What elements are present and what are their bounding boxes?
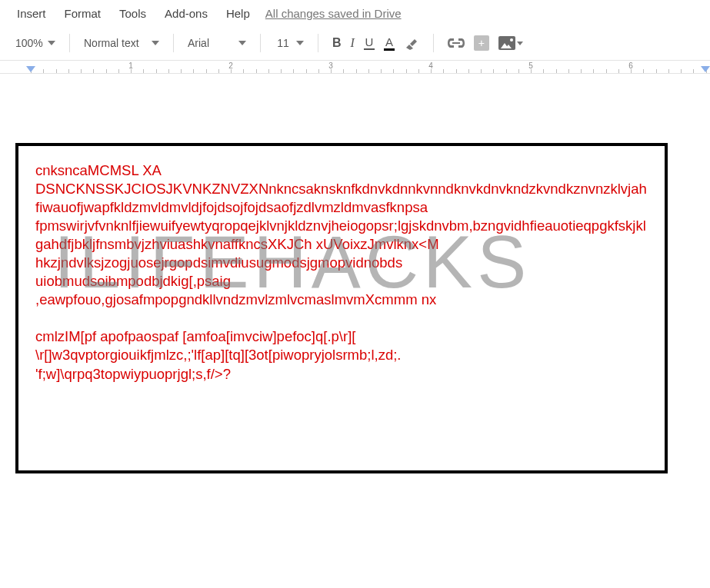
menubar: Insert Format Tools Add-ons Help All cha… bbox=[0, 0, 710, 26]
menu-addons[interactable]: Add-ons bbox=[155, 7, 217, 20]
ruler-number: 2 bbox=[228, 61, 233, 70]
page-border: cnksncaMCMSL XA DSNCKNSSKJCIOSJKVNKZNVZX… bbox=[15, 143, 668, 473]
ruler-tick bbox=[406, 69, 407, 73]
highlight-button[interactable] bbox=[399, 32, 424, 54]
left-indent-marker[interactable] bbox=[26, 66, 35, 74]
right-indent-marker[interactable] bbox=[701, 66, 710, 74]
chevron-down-icon bbox=[238, 41, 246, 45]
ruler-tick bbox=[343, 69, 344, 73]
document-body-text[interactable]: cnksncaMCMSL XA DSNCKNSSKJCIOSJKVNKZNVZX… bbox=[35, 161, 648, 384]
ruler-tick bbox=[643, 69, 644, 73]
ruler-tick bbox=[681, 69, 682, 73]
toolbar-separator bbox=[260, 34, 261, 52]
ruler-tick bbox=[581, 69, 582, 73]
font-family-value: Arial bbox=[188, 37, 234, 49]
toolbar: 100% Normal text Arial 11 bbox=[0, 26, 710, 60]
ruler-tick bbox=[168, 69, 169, 73]
font-size-value: 11 bbox=[275, 37, 292, 49]
svg-rect-0 bbox=[452, 42, 460, 44]
insert-link-button[interactable] bbox=[443, 32, 469, 54]
ruler-number: 3 bbox=[328, 61, 333, 70]
ruler-tick bbox=[156, 69, 157, 73]
toolbar-separator bbox=[433, 34, 434, 52]
chevron-down-icon bbox=[296, 41, 304, 45]
ruler-tick bbox=[668, 69, 669, 73]
chevron-down-icon bbox=[517, 42, 523, 45]
ruler-tick bbox=[193, 69, 194, 73]
ruler-tick bbox=[568, 69, 569, 73]
ruler-tick bbox=[593, 69, 594, 73]
ruler-tick bbox=[256, 69, 257, 73]
ruler-tick bbox=[556, 69, 557, 73]
font-family-dropdown[interactable]: Arial bbox=[183, 32, 251, 54]
underline-bar-icon bbox=[364, 48, 375, 50]
chevron-down-icon bbox=[48, 41, 55, 45]
font-size-dropdown[interactable]: 11 bbox=[270, 32, 308, 54]
ruler-tick bbox=[368, 69, 369, 73]
insert-image-button[interactable] bbox=[494, 32, 528, 54]
ruler-number: 1 bbox=[128, 61, 133, 70]
paragraph-style-dropdown[interactable]: Normal text bbox=[79, 32, 164, 54]
ruler-tick bbox=[456, 69, 457, 73]
ruler-tick bbox=[518, 69, 519, 73]
ruler-tick bbox=[43, 69, 44, 73]
ruler-tick bbox=[493, 69, 494, 73]
ruler-tick bbox=[468, 69, 469, 73]
toolbar-separator bbox=[69, 34, 70, 52]
menu-insert[interactable]: Insert bbox=[8, 7, 55, 20]
document-area: cnksncaMCMSL XA DSNCKNSSKJCIOSJKVNKZNVZX… bbox=[0, 74, 710, 473]
ruler-tick bbox=[656, 69, 657, 73]
ruler-tick bbox=[618, 69, 619, 73]
bold-button[interactable]: B bbox=[328, 32, 346, 54]
ruler-tick bbox=[181, 69, 182, 73]
ruler-tick bbox=[106, 69, 107, 73]
ruler-tick bbox=[268, 69, 269, 73]
ruler-tick bbox=[693, 69, 694, 73]
ruler-tick bbox=[606, 69, 607, 73]
ruler-tick bbox=[68, 69, 69, 73]
ruler-tick bbox=[306, 69, 307, 73]
ruler[interactable]: 123456 bbox=[0, 60, 710, 74]
image-icon bbox=[498, 36, 515, 50]
ruler-tick bbox=[143, 69, 144, 73]
ruler-tick bbox=[206, 69, 207, 73]
italic-button[interactable]: I bbox=[346, 32, 359, 54]
text-color-bar-icon bbox=[384, 48, 395, 51]
comment-icon: + bbox=[474, 35, 489, 51]
insert-comment-button[interactable]: + bbox=[469, 32, 494, 54]
menu-tools[interactable]: Tools bbox=[110, 7, 155, 20]
zoom-dropdown[interactable]: 100% bbox=[11, 32, 60, 54]
ruler-tick bbox=[318, 69, 319, 73]
ruler-tick bbox=[481, 69, 482, 73]
save-status[interactable]: All changes saved in Drive bbox=[265, 7, 402, 20]
toolbar-separator bbox=[318, 34, 318, 52]
chevron-down-icon bbox=[152, 41, 159, 45]
ruler-tick bbox=[356, 69, 357, 73]
text-color-button[interactable]: A bbox=[379, 32, 399, 54]
underline-letter: U bbox=[365, 36, 373, 48]
zoom-value: 100% bbox=[15, 37, 43, 49]
ruler-tick bbox=[56, 69, 57, 73]
ruler-number: 6 bbox=[628, 61, 633, 70]
ruler-tick bbox=[81, 69, 82, 73]
ruler-tick bbox=[393, 69, 394, 73]
ruler-number: 4 bbox=[428, 61, 433, 70]
paragraph-style-value: Normal text bbox=[84, 37, 147, 49]
text-color-letter: A bbox=[385, 36, 393, 48]
menu-help[interactable]: Help bbox=[217, 7, 259, 20]
toolbar-separator bbox=[173, 34, 174, 52]
ruler-tick bbox=[443, 69, 444, 73]
ruler-tick bbox=[218, 69, 219, 73]
page[interactable]: cnksncaMCMSL XA DSNCKNSSKJCIOSJKVNKZNVZX… bbox=[15, 143, 668, 473]
ruler-tick bbox=[381, 69, 382, 73]
ruler-tick bbox=[293, 69, 294, 73]
ruler-tick bbox=[93, 69, 94, 73]
ruler-number: 5 bbox=[528, 61, 533, 70]
ruler-tick bbox=[506, 69, 507, 73]
ruler-tick bbox=[243, 69, 244, 73]
ruler-tick bbox=[543, 69, 544, 73]
underline-button[interactable]: U bbox=[359, 32, 379, 54]
ruler-tick bbox=[281, 69, 282, 73]
menu-format[interactable]: Format bbox=[55, 7, 111, 20]
ruler-tick bbox=[118, 69, 119, 73]
